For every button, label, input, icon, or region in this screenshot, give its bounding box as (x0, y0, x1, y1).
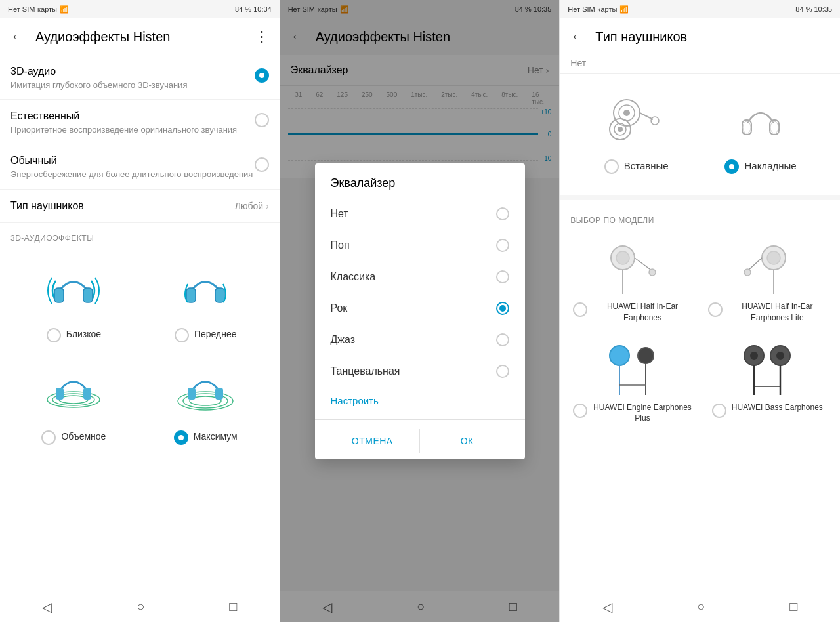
opt-label-pop: Поп (331, 239, 350, 251)
scrolled-hint: Нет (560, 55, 840, 74)
model-half-inear-img (603, 238, 662, 297)
opt-label-dance: Танцевальная (331, 365, 400, 377)
wifi-icon: 📶 (60, 5, 69, 14)
effect-max[interactable]: Максимум (142, 356, 269, 453)
model-bass-radio-row: HUAWEI Bass Earphones (712, 402, 823, 418)
model-half-inear-lite-img (738, 238, 797, 297)
model-grid: HUAWEI Half In-Ear Earphones HUAWEI Half (560, 233, 840, 429)
svg-point-37 (638, 348, 654, 363)
back-nav-icon-1[interactable]: ◁ (42, 599, 52, 615)
option-normal[interactable]: Обычный Энергосбережение для более длите… (0, 144, 280, 189)
ok-button[interactable]: ОК (420, 428, 514, 454)
dialog-radio-pop[interactable] (496, 239, 509, 252)
model-engine-plus-img (603, 339, 662, 398)
option-natural[interactable]: Естественный Приоритетное воспроизведени… (0, 100, 280, 144)
effect-surround-icon (44, 363, 103, 423)
panel-audio-effects: Нет SIM-карты 📶 84 % 10:34 ← Аудиоэффект… (0, 0, 280, 622)
svg-point-24 (743, 121, 751, 133)
recent-nav-icon-3[interactable]: □ (789, 599, 797, 614)
home-nav-icon-1[interactable]: ○ (136, 599, 144, 614)
back-button-1[interactable]: ← (10, 28, 25, 45)
svg-point-18 (651, 117, 659, 125)
headphone-type-label: Тип наушников (10, 200, 84, 212)
svg-point-21 (618, 127, 623, 132)
model-engine-plus[interactable]: HUAWEI Engine Earphones Plus (568, 334, 697, 430)
home-nav-icon-3[interactable]: ○ (697, 599, 705, 614)
dialog-option-classic[interactable]: Классика (315, 261, 525, 293)
svg-point-46 (750, 352, 758, 360)
effect-front-radio-row: Переднее (175, 325, 237, 342)
more-button-1[interactable]: ⋮ (255, 28, 269, 45)
cancel-button[interactable]: ОТМЕНА (326, 428, 420, 454)
customize-button[interactable]: Настроить (315, 387, 525, 417)
dialog-option-jazz[interactable]: Джаз (315, 324, 525, 356)
radio-effect-max[interactable] (174, 430, 188, 445)
type-overear[interactable]: Накладные (724, 90, 796, 174)
model-half-inear-label: HUAWEI Half In-Ear Earphones (593, 301, 692, 323)
app-bar-3: ← Тип наушников (560, 18, 840, 55)
option-normal-label: Обычный (10, 155, 255, 167)
headphone-type-nav[interactable]: Тип наушников Любой › (0, 190, 280, 223)
dialog-option-rock[interactable]: Рок (315, 293, 525, 324)
effect-close[interactable]: Близкое (10, 253, 137, 350)
chevron-right-icon: › (266, 201, 269, 211)
dialog-option-pop[interactable]: Поп (315, 230, 525, 261)
radio-inear[interactable] (604, 159, 619, 174)
model-bass[interactable]: HUAWEI Bass Earphones (703, 334, 832, 430)
model-half-inear-lite-label: HUAWEI Half In-Ear Earphones Lite (728, 301, 827, 323)
svg-rect-2 (186, 288, 196, 302)
page-title-1: Аудиоэффекты Histen (35, 30, 255, 45)
effect-max-label: Максимум (194, 431, 238, 442)
model-half-inear[interactable]: HUAWEI Half In-Ear Earphones (568, 233, 697, 329)
model-half-inear-lite-radio-row: HUAWEI Half In-Ear Earphones Lite (708, 301, 827, 323)
dialog-radio-rock[interactable] (496, 302, 509, 315)
svg-rect-7 (56, 388, 64, 400)
dialog-title: Эквалайзер (315, 163, 525, 198)
radio-effect-close[interactable] (47, 328, 61, 342)
dialog-radio-dance[interactable] (496, 365, 509, 378)
radio-effect-front[interactable] (175, 328, 189, 342)
model-bass-img (738, 339, 797, 398)
panel-headphone-type: Нет SIM-карты 📶 84 % 10:35 ← Тип наушник… (560, 0, 840, 622)
overear-icon (728, 90, 793, 149)
effect-front-icon (176, 261, 235, 320)
effect-surround-radio-row: Объемное (41, 428, 106, 445)
recent-nav-icon-1[interactable]: □ (229, 599, 237, 614)
opt-label-none: Нет (331, 208, 348, 220)
back-nav-icon-3[interactable]: ◁ (602, 599, 612, 615)
radio-model-half-inear[interactable] (573, 302, 587, 317)
effect-front[interactable]: Переднее (142, 253, 269, 350)
effect-surround[interactable]: Объемное (10, 356, 137, 453)
svg-rect-8 (83, 388, 91, 400)
model-half-inear-lite[interactable]: HUAWEI Half In-Ear Earphones Lite (703, 233, 832, 329)
battery-3: 84 % 10:35 (795, 5, 832, 13)
effect-max-icon (176, 363, 235, 423)
effects-grid: Близкое Переднее (0, 248, 280, 458)
type-row: Вставные Наклад (560, 79, 840, 184)
nav-bar-3: ◁ ○ □ (560, 591, 840, 622)
model-bass-label: HUAWEI Bass Earphones (732, 402, 823, 413)
radio-3d-audio[interactable] (255, 68, 269, 83)
radio-model-bass[interactable] (712, 404, 726, 418)
radio-effect-surround[interactable] (41, 430, 56, 445)
dialog-radio-jazz[interactable] (496, 333, 509, 346)
svg-rect-3 (215, 288, 224, 302)
radio-model-engine-plus[interactable] (573, 404, 587, 418)
type-inear[interactable]: Вставные (604, 90, 669, 174)
svg-point-35 (744, 269, 751, 276)
status-left-1: Нет SIM-карты 📶 (8, 5, 69, 14)
dialog-option-dance[interactable]: Танцевальная (315, 356, 525, 387)
radio-overear[interactable] (724, 159, 739, 174)
radio-natural[interactable] (255, 113, 269, 127)
back-button-3[interactable]: ← (570, 28, 585, 45)
radio-model-half-inear-lite[interactable] (708, 302, 723, 317)
dialog-radio-none[interactable] (496, 207, 509, 220)
type-section: Вставные Наклад (560, 74, 840, 200)
dialog-radio-classic[interactable] (496, 270, 509, 283)
equalizer-dialog: Эквалайзер Нет Поп Классика Рок Джаз (315, 163, 525, 459)
inear-label: Вставные (624, 160, 669, 171)
option-3d-audio[interactable]: 3D-аудио Имитация глубокого объемного 3D… (0, 55, 280, 100)
effects-section-header: 3D-АУДИОЭФФЕКТЫ (0, 223, 280, 248)
dialog-option-none[interactable]: Нет (315, 198, 525, 230)
radio-normal[interactable] (255, 157, 269, 172)
